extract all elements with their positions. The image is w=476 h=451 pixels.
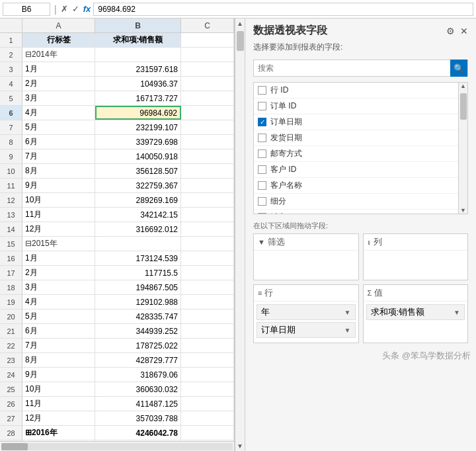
cell-b[interactable]: 4246042.78 — [95, 426, 181, 440]
cell-c[interactable] — [181, 208, 234, 222]
filter-zone-body[interactable] — [254, 251, 358, 280]
cell-b[interactable]: 411487.125 — [95, 397, 181, 411]
cell-a[interactable]: 3月 — [22, 91, 95, 105]
table-row[interactable]: 75月232199.107 — [0, 120, 234, 135]
cell-b[interactable]: 339729.698 — [95, 135, 181, 149]
cell-b[interactable]: 289269.169 — [95, 193, 181, 207]
cell-c[interactable] — [181, 324, 234, 338]
field-checkbox[interactable] — [258, 181, 266, 190]
col-header-c[interactable]: C — [181, 19, 234, 32]
cell-a[interactable]: 2月 — [22, 266, 95, 280]
field-checkbox[interactable] — [258, 149, 266, 158]
table-row[interactable]: 238月428729.777 — [0, 353, 234, 368]
cell-c[interactable] — [181, 295, 234, 309]
table-row[interactable]: 2712月357039.788 — [0, 411, 234, 426]
table-row[interactable]: 1412月316692.012 — [0, 222, 234, 237]
confirm-icon[interactable]: ✓ — [72, 4, 79, 14]
formula-input[interactable] — [93, 3, 473, 16]
cell-c[interactable] — [181, 179, 234, 192]
cell-b[interactable]: 173124.539 — [95, 251, 181, 265]
cell-c[interactable] — [181, 135, 234, 149]
fields-sb-up[interactable]: ▲ — [460, 83, 466, 89]
row-chip[interactable]: 订单日期▼ — [257, 322, 356, 338]
cell-c[interactable] — [181, 106, 234, 120]
cell-c[interactable] — [181, 149, 234, 163]
field-checkbox[interactable] — [258, 134, 266, 142]
cell-a[interactable]: 10月 — [22, 382, 95, 396]
h-scrollbar-thumb[interactable] — [1, 443, 28, 450]
close-icon[interactable]: ✕ — [460, 26, 468, 36]
table-row[interactable]: 119月322759.367 — [0, 179, 234, 193]
table-row[interactable]: 42月104936.37 — [0, 77, 234, 91]
cell-b[interactable] — [95, 237, 181, 251]
cell-a[interactable]: 7月 — [22, 149, 95, 163]
cell-a[interactable]: ⊟2014年 — [22, 48, 95, 62]
cell-b[interactable]: 357039.788 — [95, 411, 181, 425]
field-item[interactable]: 细分 — [254, 194, 467, 210]
cell-c[interactable] — [181, 62, 234, 76]
table-row[interactable]: 1311月342142.15 — [0, 208, 234, 222]
rows-zone-body[interactable]: 年▼订单日期▼ — [254, 302, 358, 343]
cell-b[interactable]: 117715.5 — [95, 266, 181, 280]
cell-b[interactable]: 232199.107 — [95, 120, 181, 134]
cell-c[interactable] — [181, 353, 234, 367]
cell-a[interactable]: 8月 — [22, 353, 95, 367]
cell-a[interactable]: 6月 — [22, 324, 95, 338]
cell-a[interactable]: 5月 — [22, 120, 95, 134]
field-item[interactable]: 邮寄方式 — [254, 146, 467, 162]
table-row[interactable]: 108月356128.507 — [0, 164, 234, 179]
cell-c[interactable] — [181, 411, 234, 425]
cell-c[interactable] — [181, 77, 234, 91]
cell-a[interactable]: 8月 — [22, 164, 95, 178]
table-row[interactable]: 31月231597.618 — [0, 62, 234, 77]
cell-c[interactable] — [181, 48, 234, 62]
cell-a[interactable]: 2月 — [22, 77, 95, 91]
field-item[interactable]: 客户 ID — [254, 162, 467, 178]
cell-b[interactable]: 129102.988 — [95, 295, 181, 309]
table-row[interactable]: 1210月289269.169 — [0, 193, 234, 208]
cell-c[interactable] — [181, 193, 234, 207]
settings-icon[interactable]: ⚙ — [446, 26, 455, 36]
cell-c[interactable] — [181, 33, 234, 47]
cell-c[interactable] — [181, 426, 234, 440]
cell-b[interactable] — [95, 48, 181, 62]
cell-c[interactable] — [181, 382, 234, 396]
scrollbar-down-arrow[interactable]: ▼ — [235, 441, 245, 451]
cell-b[interactable]: 322759.367 — [95, 179, 181, 192]
cell-b[interactable]: 167173.727 — [95, 91, 181, 105]
chip-arrow[interactable]: ▼ — [454, 309, 460, 316]
scrollbar-thumb[interactable] — [237, 31, 244, 51]
table-row[interactable]: 28⊞2016年4246042.78 — [0, 426, 234, 440]
cell-b[interactable]: 求和项:销售额 — [95, 33, 181, 47]
cell-b[interactable]: 231597.618 — [95, 62, 181, 76]
field-checkbox[interactable] — [258, 102, 266, 110]
cell-b[interactable]: 178725.022 — [95, 339, 181, 352]
cell-a[interactable]: 1月 — [22, 251, 95, 265]
scrollbar-up-arrow[interactable]: ▲ — [235, 19, 245, 28]
cell-a[interactable]: 5月 — [22, 309, 95, 323]
table-row[interactable]: 161月173124.539 — [0, 251, 234, 266]
function-icon[interactable]: fx — [83, 4, 91, 14]
cell-c[interactable] — [181, 280, 234, 294]
cell-a[interactable]: 9月 — [22, 368, 95, 382]
field-checkbox[interactable]: ✓ — [258, 118, 266, 126]
field-item[interactable]: 发货日期 — [254, 130, 467, 146]
chip-arrow[interactable]: ▼ — [344, 327, 351, 334]
col-header-b[interactable]: B — [95, 19, 181, 32]
cell-c[interactable] — [181, 222, 234, 236]
field-item[interactable]: 客户名称 — [254, 178, 467, 194]
cell-b[interactable]: 104936.37 — [95, 77, 181, 91]
cell-b[interactable]: 194867.505 — [95, 280, 181, 294]
table-row[interactable]: 2510月360630.032 — [0, 382, 234, 397]
cell-c[interactable] — [181, 339, 234, 352]
field-item[interactable]: ✓订单日期 — [254, 114, 467, 130]
cell-c[interactable] — [181, 397, 234, 411]
cell-c[interactable] — [181, 266, 234, 280]
cell-a[interactable]: 7月 — [22, 339, 95, 352]
cell-b[interactable]: 428729.777 — [95, 353, 181, 367]
cell-b[interactable]: 316692.012 — [95, 222, 181, 236]
field-checkbox[interactable] — [258, 197, 266, 206]
cell-c[interactable] — [181, 91, 234, 105]
cell-a[interactable]: 1月 — [22, 62, 95, 76]
table-row[interactable]: 194月129102.988 — [0, 295, 234, 309]
